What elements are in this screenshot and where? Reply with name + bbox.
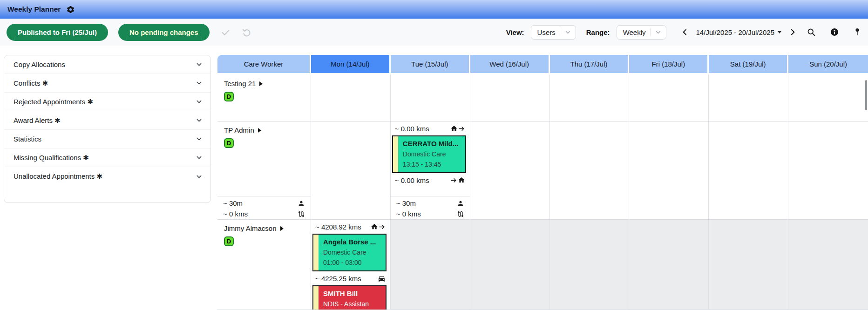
day-stats: ~ 30m ~ 0 kms [391, 196, 470, 219]
column-header-care-worker[interactable]: Care Worker [217, 55, 311, 75]
appointment-cerrato[interactable]: CERRATO Mild... Domestic Care 13:15 - 13… [392, 135, 466, 173]
appointment-stripe [313, 286, 319, 310]
range-select[interactable]: Weekly [617, 25, 666, 40]
toolbar-right-group: View: Users Range: Weekly 14/Jul/2025 - … [506, 25, 861, 40]
range-select-value: Weekly [623, 28, 646, 36]
appointment-service: Domestic Care [403, 149, 461, 159]
sidebar-item-label: Copy Allocations [14, 61, 65, 68]
day-cell[interactable] [629, 75, 709, 121]
undo-icon[interactable] [242, 27, 252, 37]
car-icon [378, 275, 386, 283]
worker-d-badge[interactable]: D [224, 236, 234, 246]
route-icon [457, 210, 464, 218]
vertical-scrollbar[interactable] [865, 80, 867, 110]
sidebar-item-label: Award Alerts ✱ [14, 116, 61, 125]
total-distance: ~ 0 kms [223, 210, 248, 218]
chevron-down-icon [195, 135, 203, 143]
app-title-bar: Weekly Planner [0, 0, 868, 19]
expand-triangle-icon [280, 226, 284, 231]
appointment-angela-borse[interactable]: Angela Borse ... Domestic Care 01:00 - 0… [312, 234, 387, 271]
worker-cell-jimmy-almacson: Jimmy Almacson D [217, 220, 311, 310]
person-icon [298, 200, 305, 207]
day-cell[interactable] [629, 121, 709, 220]
view-select-value: Users [537, 28, 556, 36]
worker-name[interactable]: Testing 21 [224, 80, 304, 88]
travel-distance-between: ~ 4225.25 kms [315, 273, 386, 284]
view-label: View: [506, 28, 524, 36]
day-cell[interactable] [311, 75, 391, 121]
sidebar-item-copy-allocations[interactable]: Copy Allocations [4, 55, 210, 74]
day-cell[interactable] [470, 121, 550, 220]
sidebar-item-label: Rejected Appointments ✱ [14, 98, 93, 106]
column-header-sun[interactable]: Sun (20/Jul) [788, 55, 868, 75]
day-cell-tue-tp-admin[interactable]: ~ 0.00 kms CERRATO Mild... Domestic Care… [391, 121, 470, 220]
home-icon [458, 176, 465, 184]
day-cell[interactable] [470, 75, 550, 121]
apply-check-icon[interactable] [221, 27, 231, 37]
travel-distance-after: ~ 0.00 kms [395, 175, 465, 186]
previous-week-icon[interactable] [680, 27, 690, 37]
sidebar-item-conflicts[interactable]: Conflicts ✱ [4, 74, 210, 93]
sidebar-item-label: Conflicts ✱ [14, 79, 48, 88]
sidebar-item-rejected-appointments[interactable]: Rejected Appointments ✱ [4, 93, 210, 111]
chevron-down-icon [655, 29, 662, 36]
date-range-picker[interactable]: 14/Jul/2025 - 20/Jul/2025 [696, 28, 781, 36]
appointment-service: NDIS - Assistan [323, 299, 382, 309]
sidebar-item-unallocated-appointments[interactable]: Unallocated Appointments ✱ [4, 167, 210, 186]
worker-name[interactable]: TP Admin [224, 126, 304, 134]
sidebar-item-label: Unallocated Appointments ✱ [14, 172, 102, 181]
expand-triangle-icon [258, 128, 261, 133]
appointment-service: Domestic Care [323, 247, 382, 257]
select-divider [650, 28, 651, 36]
day-total-time: ~ 30m [396, 199, 416, 207]
sidebar-item-statistics[interactable]: Statistics [4, 130, 210, 148]
range-label: Range: [586, 28, 610, 36]
column-header-wed[interactable]: Wed (16/Jul) [470, 55, 550, 75]
day-cell[interactable] [788, 121, 868, 220]
day-cell[interactable] [470, 220, 550, 310]
day-cell[interactable] [709, 220, 788, 310]
day-cell[interactable] [550, 75, 630, 121]
column-header-thu[interactable]: Thu (17/Jul) [550, 55, 630, 75]
settings-gear-icon[interactable] [66, 5, 75, 14]
chevron-down-icon [564, 29, 571, 36]
published-status-button[interactable]: Published to Fri (25/Jul) [7, 24, 108, 41]
pending-changes-button[interactable]: No pending changes [118, 24, 210, 41]
column-header-tue[interactable]: Tue (15/Jul) [391, 55, 470, 75]
pin-icon[interactable] [853, 27, 861, 37]
worker-d-badge[interactable]: D [224, 138, 234, 148]
view-select[interactable]: Users [531, 25, 576, 40]
day-cell-mon-jimmy[interactable]: ~ 4208.92 kms Angela Borse ... Domestic … [311, 220, 391, 310]
column-header-mon[interactable]: Mon (14/Jul) [311, 55, 391, 75]
page-title: Weekly Planner [7, 5, 61, 13]
chevron-down-icon [195, 154, 203, 162]
day-cell[interactable] [391, 220, 470, 310]
day-cell[interactable] [788, 220, 868, 310]
next-week-icon[interactable] [788, 27, 797, 37]
chevron-down-icon [195, 116, 203, 124]
search-icon[interactable] [807, 27, 816, 37]
worker-name[interactable]: Jimmy Almacson [224, 224, 304, 232]
day-cell[interactable] [709, 121, 788, 220]
day-cell[interactable] [391, 75, 470, 121]
day-cell[interactable] [311, 121, 391, 220]
info-icon[interactable] [830, 27, 839, 37]
day-cell[interactable] [550, 121, 630, 220]
day-cell[interactable] [550, 220, 630, 310]
day-cell[interactable] [709, 75, 788, 121]
day-cell[interactable] [629, 220, 709, 310]
appointment-client: SMITH Bill [323, 289, 382, 299]
sidebar-accordion: Copy Allocations Conflicts ✱ Rejected Ap… [4, 55, 211, 203]
column-header-sat[interactable]: Sat (19/Jul) [709, 55, 788, 75]
appointment-stripe [393, 136, 398, 172]
day-cell[interactable] [788, 75, 868, 121]
appointment-client: CERRATO Mild... [403, 139, 461, 149]
sidebar-item-award-alerts[interactable]: Award Alerts ✱ [4, 111, 210, 130]
worker-d-badge[interactable]: D [224, 92, 234, 101]
sidebar-item-missing-qualifications[interactable]: Missing Qualifications ✱ [4, 148, 210, 167]
appointment-smith-bill[interactable]: SMITH Bill NDIS - Assistan [312, 285, 387, 310]
chevron-down-icon [195, 79, 203, 87]
column-header-fri[interactable]: Fri (18/Jul) [629, 55, 709, 75]
travel-distance-before: ~ 4208.92 kms [315, 221, 386, 232]
worker-week-stats: ~ 30m ~ 0 kms [217, 196, 311, 219]
